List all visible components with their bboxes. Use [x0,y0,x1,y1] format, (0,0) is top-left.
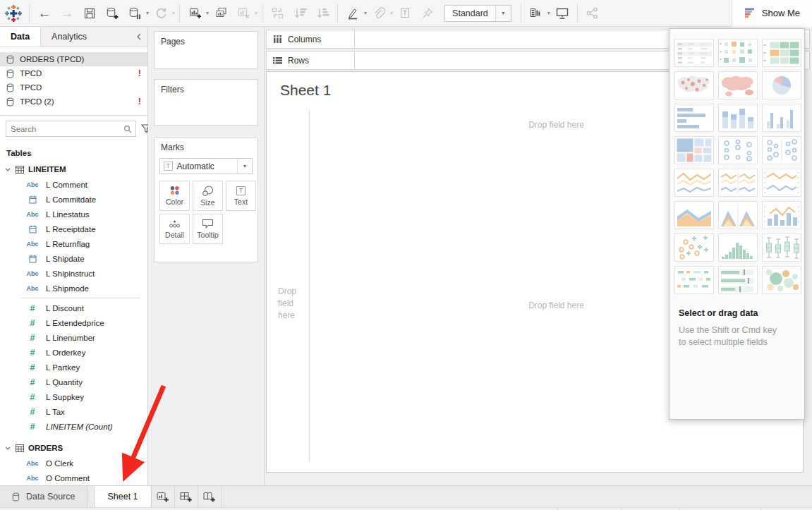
fix-axes-button[interactable] [419,4,436,23]
field-item[interactable]: #LINEITEM (Count) [0,419,147,434]
showme-filled-map-icon[interactable] [718,71,758,99]
field-item[interactable]: L Receiptdate [0,221,147,236]
sort-ascending-button[interactable] [291,4,308,23]
search-box[interactable] [6,121,136,137]
color-button[interactable]: Color [159,181,190,211]
new-story-tab-button[interactable] [198,486,222,507]
pause-auto-updates-caret[interactable]: ▾ [146,10,149,16]
tooltip-button[interactable]: Tooltip [193,214,223,244]
show-me-button[interactable]: Show Me [732,0,812,27]
showme-highlight-table-icon[interactable] [762,39,801,67]
showme-heat-map-icon[interactable] [718,39,758,67]
showme-symbol-map-icon[interactable] [674,71,714,99]
show-hide-cards-button[interactable] [528,4,545,23]
show-mark-labels-button[interactable]: T [396,4,413,23]
data-source-item[interactable]: TPCD! [0,66,147,80]
field-item[interactable]: AbcO Comment [0,470,147,485]
data-source-item[interactable]: TPCD (2)! [0,95,147,109]
tab-data-source[interactable]: Data Source [0,486,87,507]
tab-analytics[interactable]: Analytics [41,27,97,47]
share-button[interactable] [584,4,601,23]
field-item[interactable]: #L Orderkey [0,345,147,360]
save-button[interactable] [81,4,98,23]
data-source-item[interactable]: TPCD [0,80,147,95]
run-update-caret[interactable]: ▾ [172,10,175,16]
new-worksheet-caret[interactable]: ▾ [206,10,209,16]
field-item[interactable]: #L Linenumber [0,330,147,345]
showme-side-by-side-circles-icon[interactable] [762,136,801,164]
size-button[interactable]: Size [193,181,223,211]
group-members-caret[interactable]: ▾ [390,10,393,16]
field-item[interactable]: #L Discount [0,300,147,315]
show-hide-cards-caret[interactable]: ▾ [547,10,550,16]
collapse-pane-icon[interactable] [131,27,147,47]
drop-zone-left[interactable]: Drop field here [278,286,308,322]
clear-sheet-caret[interactable]: ▾ [255,10,257,16]
field-item[interactable]: #L Quantity [0,375,147,389]
showme-treemap-icon[interactable] [674,136,714,164]
field-item[interactable]: L Shipdate [0,251,147,266]
showme-lines-discrete-icon[interactable] [718,169,758,197]
chevron-down-icon[interactable] [4,168,11,171]
showme-scatter-plot-icon[interactable] [674,233,714,262]
filters-card[interactable]: Filters [154,79,258,126]
field-item[interactable]: AbcL Returnflag [0,236,147,251]
showme-gantt-icon[interactable] [674,266,714,294]
showme-side-by-side-bars-icon[interactable] [762,104,801,132]
showme-text-table-icon[interactable] [674,39,714,67]
tab-sheet-1[interactable]: Sheet 1 [94,486,151,507]
duplicate-sheet-button[interactable] [212,4,229,23]
clear-sheet-button[interactable] [235,4,252,23]
pause-auto-updates-button[interactable] [126,4,143,23]
chevron-down-icon[interactable] [4,447,11,450]
showme-area-discrete-icon[interactable] [718,201,758,229]
table-header[interactable]: ORDERS [0,440,147,456]
fit-selector-caret[interactable]: ▾ [495,6,511,21]
text-button[interactable]: T Text [226,181,256,211]
field-item[interactable]: AbcL Shipinstruct [0,266,147,281]
field-item[interactable]: AbcL Comment [0,177,147,192]
showme-stacked-bars-icon[interactable] [718,104,758,132]
pages-card[interactable]: Pages [154,31,258,69]
showme-histogram-icon[interactable] [718,233,758,262]
showme-circle-views-icon[interactable] [718,136,758,164]
field-item[interactable]: AbcL Shipmode [0,281,147,296]
showme-dual-lines-icon[interactable] [762,169,801,197]
field-item[interactable]: L Commitdate [0,192,147,207]
redo-button[interactable]: → [59,4,75,23]
data-source-item[interactable]: ORDERS (TPCD) [0,52,147,66]
field-item[interactable]: #L Partkey [0,360,147,375]
showme-horizontal-bars-icon[interactable] [674,104,714,132]
tab-data[interactable]: Data [0,27,41,47]
field-item[interactable]: #L Tax [0,404,147,419]
new-data-source-button[interactable] [104,4,121,23]
highlight-button[interactable] [344,4,361,23]
sort-descending-button[interactable] [314,4,331,23]
mark-type-dropdown[interactable]: T Automatic ▾ [159,158,253,174]
new-worksheet-tab-button[interactable] [152,486,175,507]
showme-box-and-whisker-icon[interactable] [762,233,801,262]
new-dashboard-tab-button[interactable] [175,486,198,507]
showme-area-continuous-icon[interactable] [674,201,714,229]
search-input[interactable] [6,125,123,133]
swap-rows-columns-button[interactable] [269,4,286,23]
showme-packed-bubbles-icon[interactable] [762,266,801,294]
undo-button[interactable]: ← [36,4,53,23]
fit-selector[interactable]: Standard ▾ [444,5,511,22]
table-header[interactable]: LINEITEM [0,162,147,177]
mark-type-caret[interactable]: ▾ [237,159,252,174]
highlight-caret[interactable]: ▾ [364,10,367,16]
field-item[interactable]: AbcL Linestatus [0,207,147,221]
presentation-mode-button[interactable] [554,4,571,23]
showme-dual-combination-icon[interactable] [762,201,801,229]
field-item[interactable]: AbcO Clerk [0,456,147,470]
new-worksheet-button[interactable] [186,4,203,23]
group-members-button[interactable] [370,4,387,23]
showme-lines-continuous-icon[interactable] [674,169,714,197]
showme-bullet-graph-icon[interactable] [718,266,758,294]
run-update-button[interactable] [152,4,169,23]
detail-button[interactable]: Detail [159,214,190,244]
field-item[interactable]: #L Extendedprice [0,315,147,330]
showme-pie-chart-icon[interactable] [762,71,801,99]
field-item[interactable]: #L Suppkey [0,389,147,404]
